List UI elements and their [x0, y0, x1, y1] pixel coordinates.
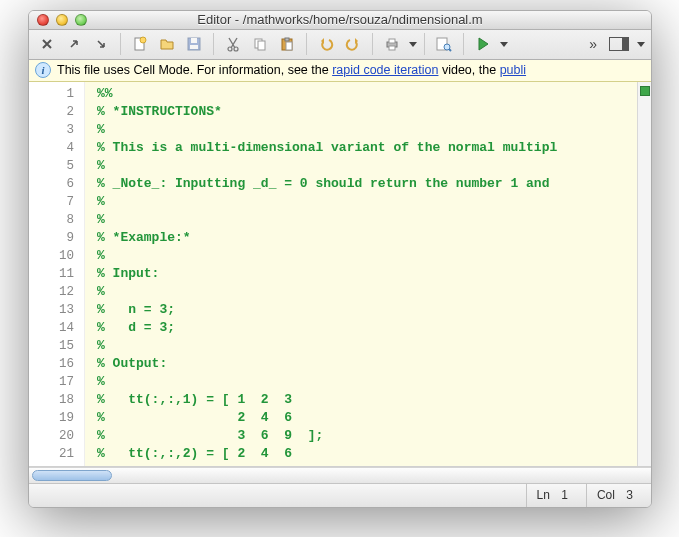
- svg-point-5: [228, 47, 232, 51]
- code-line[interactable]: % *INSTRUCTIONS*: [97, 103, 637, 121]
- code-line[interactable]: %: [97, 283, 637, 301]
- zoom-window-button[interactable]: [75, 14, 87, 26]
- svg-rect-11: [286, 42, 292, 50]
- line-number: 20: [29, 427, 84, 445]
- code-line[interactable]: % d = 3;: [97, 319, 637, 337]
- svg-point-1: [140, 37, 146, 43]
- code-analyzer-strip[interactable]: [637, 82, 651, 466]
- toolbar-separator: [120, 33, 121, 55]
- code-line[interactable]: % n = 3;: [97, 301, 637, 319]
- code-line[interactable]: % 2 4 6: [97, 409, 637, 427]
- code-editor[interactable]: %%% *INSTRUCTIONS*%% This is a multi-dim…: [85, 82, 637, 466]
- line-number: 13: [29, 301, 84, 319]
- cell-mode-infobar: i This file uses Cell Mode. For informat…: [29, 60, 651, 82]
- line-number: 5: [29, 157, 84, 175]
- paste-button[interactable]: [275, 32, 299, 56]
- code-line[interactable]: %: [97, 211, 637, 229]
- close-window-button[interactable]: [37, 14, 49, 26]
- line-number: 14: [29, 319, 84, 337]
- code-analyzer-status-icon: [640, 86, 650, 96]
- run-button[interactable]: [471, 32, 495, 56]
- info-icon: i: [35, 62, 51, 78]
- line-number: 19: [29, 409, 84, 427]
- code-line[interactable]: %: [97, 193, 637, 211]
- horizontal-scrollbar[interactable]: [29, 467, 651, 483]
- line-number: 8: [29, 211, 84, 229]
- run-dropdown[interactable]: [500, 42, 508, 47]
- svg-rect-14: [389, 46, 395, 50]
- toolbar: »: [29, 30, 651, 60]
- rapid-code-iteration-link[interactable]: rapid code iteration: [332, 63, 438, 77]
- line-number: 2: [29, 103, 84, 121]
- copy-button[interactable]: [248, 32, 272, 56]
- svg-line-17: [449, 49, 451, 51]
- cursor-column-indicator: Col 3: [586, 484, 643, 507]
- window-title: Editor - /mathworks/home/rsouza/ndimensi…: [29, 12, 651, 27]
- code-line[interactable]: %: [97, 247, 637, 265]
- code-line[interactable]: %%: [97, 85, 637, 103]
- toolbar-separator: [372, 33, 373, 55]
- code-line[interactable]: %: [97, 157, 637, 175]
- dock-layout-button[interactable]: [609, 37, 629, 51]
- publishing-link[interactable]: publi: [500, 63, 526, 77]
- redo-button[interactable]: [341, 32, 365, 56]
- find-button[interactable]: [432, 32, 456, 56]
- code-line[interactable]: % tt(:,:,1) = [ 1 2 3: [97, 391, 637, 409]
- infobar-text: video, the: [442, 63, 500, 77]
- window-controls: [37, 14, 87, 26]
- minimize-window-button[interactable]: [56, 14, 68, 26]
- svg-rect-8: [258, 41, 265, 50]
- code-line[interactable]: % tt(:,:,2) = [ 2 4 6: [97, 445, 637, 463]
- print-button[interactable]: [380, 32, 404, 56]
- code-line[interactable]: % *Example:*: [97, 229, 637, 247]
- code-line[interactable]: %: [97, 121, 637, 139]
- code-line[interactable]: % Input:: [97, 265, 637, 283]
- save-button[interactable]: [182, 32, 206, 56]
- line-number: 12: [29, 283, 84, 301]
- scrollbar-thumb[interactable]: [32, 470, 112, 481]
- undo-button[interactable]: [314, 32, 338, 56]
- toolbar-separator: [424, 33, 425, 55]
- cut-button[interactable]: [221, 32, 245, 56]
- line-number: 6: [29, 175, 84, 193]
- print-dropdown[interactable]: [409, 42, 417, 47]
- close-tab-button[interactable]: [35, 32, 59, 56]
- line-number: 15: [29, 337, 84, 355]
- titlebar: Editor - /mathworks/home/rsouza/ndimensi…: [29, 11, 651, 30]
- toolbar-overflow-button[interactable]: »: [583, 36, 603, 52]
- code-line[interactable]: % This is a multi-dimensional variant of…: [97, 139, 637, 157]
- code-line[interactable]: % Output:: [97, 355, 637, 373]
- code-line[interactable]: % _Note_: Inputting _d_ = 0 should retur…: [97, 175, 637, 193]
- dock-layout-dropdown[interactable]: [637, 42, 645, 47]
- open-file-button[interactable]: [155, 32, 179, 56]
- line-number: 1: [29, 85, 84, 103]
- toolbar-separator: [213, 33, 214, 55]
- toolbar-separator: [463, 33, 464, 55]
- line-number: 7: [29, 193, 84, 211]
- svg-rect-10: [285, 38, 289, 41]
- line-number: 21: [29, 445, 84, 463]
- new-file-button[interactable]: [128, 32, 152, 56]
- line-number: 18: [29, 391, 84, 409]
- svg-rect-4: [190, 45, 198, 49]
- line-number: 11: [29, 265, 84, 283]
- line-number: 16: [29, 355, 84, 373]
- code-line[interactable]: % 3 6 9 ];: [97, 427, 637, 445]
- line-number: 9: [29, 229, 84, 247]
- svg-rect-3: [191, 38, 197, 43]
- line-number: 17: [29, 373, 84, 391]
- editor-area: 123456789101112131415161718192021 %%% *I…: [29, 82, 651, 507]
- cursor-line-indicator: Ln 1: [526, 484, 578, 507]
- dock-arrow-button[interactable]: [89, 32, 113, 56]
- line-number: 10: [29, 247, 84, 265]
- code-line[interactable]: %: [97, 337, 637, 355]
- line-number: 3: [29, 121, 84, 139]
- svg-rect-13: [389, 39, 395, 43]
- editor-window: Editor - /mathworks/home/rsouza/ndimensi…: [28, 10, 652, 508]
- line-number: 4: [29, 139, 84, 157]
- infobar-text: This file uses Cell Mode. For informatio…: [57, 63, 332, 77]
- undock-button[interactable]: [62, 32, 86, 56]
- line-number-gutter: 123456789101112131415161718192021: [29, 82, 85, 466]
- toolbar-separator: [306, 33, 307, 55]
- code-line[interactable]: %: [97, 373, 637, 391]
